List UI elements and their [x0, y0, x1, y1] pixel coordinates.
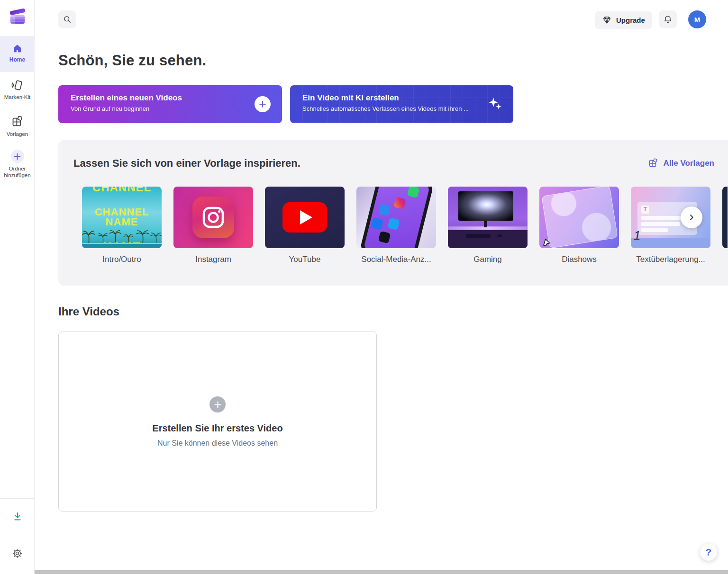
create-new-video-banner[interactable]: Erstellen eines neuen Videos Von Grund a…: [58, 85, 282, 123]
template-card-social-media[interactable]: Social-Media-Anz...: [356, 187, 436, 264]
sea-graphic: [82, 243, 162, 248]
gear-icon: [0, 547, 35, 559]
all-templates-link[interactable]: Alle Vorlagen: [648, 158, 714, 169]
templates-panel: Lassen Sie sich von einer Vorlage inspir…: [58, 140, 728, 286]
templates-section-title: Lassen Sie sich von einer Vorlage inspir…: [73, 157, 300, 170]
template-card-partial[interactable]: [722, 187, 728, 248]
template-label: Intro/Outro: [82, 255, 162, 264]
gem-icon: [602, 15, 612, 25]
empty-state-title: Erstellen Sie Ihr erstes Video: [152, 423, 282, 434]
home-icon: [0, 43, 35, 54]
monitor-graphic: [458, 191, 513, 221]
horizontal-scrollbar[interactable]: [5, 570, 728, 574]
upgrade-button[interactable]: Upgrade: [595, 11, 652, 29]
template-label: Textüberlagerung...: [631, 255, 710, 264]
sidebar-item-label: Vorlagen: [0, 131, 35, 137]
add-folder-plus-icon: [11, 150, 24, 163]
templates-icon: [0, 116, 35, 128]
search-icon: [63, 15, 72, 24]
template-card-intro-outro[interactable]: CHANNEL CHANNEL NAME NAME Intro/Outro: [82, 187, 162, 264]
instagram-thumbnail: [173, 187, 253, 248]
thumbnail-overlay-number: 1: [634, 229, 640, 242]
banner-subtitle: Von Grund auf neu beginnen: [71, 105, 249, 112]
avatar-initial: M: [694, 16, 701, 24]
your-videos-title: Ihre Videos: [58, 305, 119, 318]
sidebar-settings-button[interactable]: [0, 547, 35, 559]
thumbnail-overlay-text: CHANNEL: [82, 187, 162, 193]
template-label: Instagram: [173, 255, 253, 264]
gaming-thumbnail: [448, 187, 528, 248]
plus-icon: [255, 96, 271, 112]
sidebar-item-vorlagen[interactable]: Vorlagen: [0, 116, 35, 137]
sidebar: Home Marken-Kit Vorlagen: [0, 0, 35, 574]
empty-state-subtitle: Nur Sie können diese Videos sehen: [157, 439, 278, 448]
sidebar-item-label: Marken-Kit: [0, 94, 35, 100]
sidebar-item-home[interactable]: Home: [0, 36, 35, 72]
bell-icon: [663, 14, 673, 25]
sidebar-item-label: Ordner hinzufügen: [0, 165, 35, 179]
template-card-youtube[interactable]: YouTube: [265, 187, 345, 264]
template-label: Gaming: [448, 255, 528, 264]
intro-outro-thumbnail: CHANNEL CHANNEL NAME NAME: [82, 187, 162, 248]
notifications-button[interactable]: [659, 10, 677, 28]
download-icon: [0, 511, 35, 523]
template-card-diashows[interactable]: Diashows: [539, 187, 619, 264]
all-templates-label: Alle Vorlagen: [664, 159, 714, 168]
page-title: Schön, Sie zu sehen.: [58, 52, 206, 69]
search-button[interactable]: [58, 10, 76, 28]
clipchamp-logo-icon[interactable]: [7, 6, 28, 27]
sidebar-download-button[interactable]: [0, 511, 35, 523]
social-media-thumbnail: [356, 187, 436, 248]
chevron-right-icon: [686, 212, 697, 223]
avatar[interactable]: M: [688, 10, 706, 28]
cursor-icon: [542, 236, 552, 246]
carousel-next-button[interactable]: [681, 206, 702, 228]
banner-subtitle: Schnelles automatisches Verfassen eines …: [302, 105, 480, 112]
help-button[interactable]: ?: [700, 544, 717, 561]
instagram-logo-icon: [192, 197, 234, 238]
template-label: Social-Media-Anz...: [356, 255, 436, 264]
banner-title: Erstellen eines neuen Videos: [71, 93, 249, 103]
banner-title: Ein Video mit KI erstellen: [302, 93, 480, 103]
templates-icon: [648, 158, 658, 169]
plus-icon[interactable]: [209, 396, 226, 413]
text-box-graphic: T: [641, 206, 649, 214]
upgrade-label: Upgrade: [616, 16, 645, 24]
sparkles-icon: [487, 97, 503, 111]
template-carousel: CHANNEL CHANNEL NAME NAME Intro/Outro: [82, 187, 728, 264]
youtube-logo-icon: [282, 202, 327, 233]
create-ai-video-banner[interactable]: Ein Video mit KI erstellen Schnelles aut…: [290, 85, 513, 123]
diashows-thumbnail: [539, 187, 619, 248]
brand-kit-icon: [0, 79, 35, 91]
sidebar-item-marken-kit[interactable]: Marken-Kit: [0, 79, 35, 100]
banner-row: Erstellen eines neuen Videos Von Grund a…: [58, 85, 513, 123]
create-first-video-card[interactable]: Erstellen Sie Ihr erstes Video Nur Sie k…: [58, 332, 377, 511]
phone-graphic: [359, 187, 434, 248]
youtube-thumbnail: [265, 187, 345, 248]
sidebar-item-label: Home: [0, 56, 35, 63]
template-label: Diashows: [539, 255, 619, 264]
sidebar-item-add-folder[interactable]: Ordner hinzufügen: [0, 150, 35, 179]
question-mark-icon: ?: [706, 547, 712, 558]
template-card-instagram[interactable]: Instagram: [173, 187, 253, 264]
template-label: YouTube: [265, 255, 345, 264]
template-card-gaming[interactable]: Gaming: [448, 187, 528, 264]
sidebar-divider: [0, 498, 34, 499]
